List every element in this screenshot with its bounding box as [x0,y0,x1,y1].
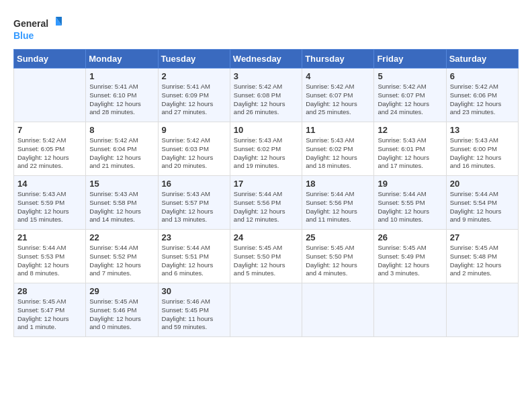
calendar-day-cell: 22Sunrise: 5:44 AMSunset: 5:52 PMDayligh… [86,230,158,283]
calendar-day-cell: 29Sunrise: 5:45 AMSunset: 5:46 PMDayligh… [86,283,158,337]
day-info: Sunrise: 5:43 AMSunset: 5:57 PMDaylight:… [162,190,226,224]
calendar-day-cell: 18Sunrise: 5:44 AMSunset: 5:56 PMDayligh… [302,176,374,230]
calendar-table: SundayMondayTuesdayWednesdayThursdayFrid… [13,49,519,337]
calendar-day-cell: 6Sunrise: 5:42 AMSunset: 6:06 PMDaylight… [446,68,518,122]
day-number: 11 [306,125,370,135]
calendar-day-cell: 26Sunrise: 5:45 AMSunset: 5:49 PMDayligh… [374,230,446,283]
day-number: 24 [234,232,298,242]
day-info: Sunrise: 5:43 AMSunset: 5:58 PMDaylight:… [89,190,154,224]
calendar-day-cell: 25Sunrise: 5:45 AMSunset: 5:50 PMDayligh… [302,230,374,283]
day-number: 23 [162,232,226,242]
calendar-week-row: 21Sunrise: 5:44 AMSunset: 5:53 PMDayligh… [14,230,519,283]
day-info: Sunrise: 5:44 AMSunset: 5:55 PMDaylight:… [378,190,442,224]
calendar-day-cell: 15Sunrise: 5:43 AMSunset: 5:58 PMDayligh… [86,176,158,230]
weekday-header-sunday: Sunday [14,50,86,68]
day-info: Sunrise: 5:42 AMSunset: 6:08 PMDaylight:… [234,83,298,117]
svg-text:General: General [13,18,48,29]
day-number: 2 [162,71,226,81]
day-info: Sunrise: 5:42 AMSunset: 6:03 PMDaylight:… [162,136,226,171]
day-info: Sunrise: 5:45 AMSunset: 5:50 PMDaylight:… [234,244,298,278]
day-number: 5 [378,71,442,81]
logo-icon: General Blue [13,13,67,44]
day-info: Sunrise: 5:46 AMSunset: 5:45 PMDaylight:… [162,298,226,332]
day-info: Sunrise: 5:41 AMSunset: 6:10 PMDaylight:… [89,83,154,117]
day-number: 14 [17,179,82,189]
calendar-day-cell: 23Sunrise: 5:44 AMSunset: 5:51 PMDayligh… [158,230,230,283]
calendar-day-cell: 12Sunrise: 5:43 AMSunset: 6:01 PMDayligh… [374,122,446,176]
calendar-day-cell [374,283,446,337]
calendar-day-cell [14,68,86,122]
day-info: Sunrise: 5:44 AMSunset: 5:52 PMDaylight:… [89,244,154,278]
logo: General Blue [13,13,67,44]
calendar-day-cell: 17Sunrise: 5:44 AMSunset: 5:56 PMDayligh… [230,176,302,230]
day-info: Sunrise: 5:42 AMSunset: 6:05 PMDaylight:… [17,136,82,171]
calendar-day-cell [446,283,518,337]
calendar-day-cell: 8Sunrise: 5:42 AMSunset: 6:04 PMDaylight… [86,122,158,176]
page-header: General Blue [13,13,519,44]
svg-text:Blue: Blue [13,30,34,41]
weekday-header-row: SundayMondayTuesdayWednesdayThursdayFrid… [14,50,519,68]
calendar-day-cell: 11Sunrise: 5:43 AMSunset: 6:02 PMDayligh… [302,122,374,176]
day-number: 12 [378,125,442,135]
calendar-day-cell: 14Sunrise: 5:43 AMSunset: 5:59 PMDayligh… [14,176,86,230]
day-number: 10 [234,125,298,135]
weekday-header-monday: Monday [86,50,158,68]
day-number: 20 [450,179,515,189]
day-info: Sunrise: 5:44 AMSunset: 5:56 PMDaylight:… [234,190,298,224]
weekday-header-saturday: Saturday [446,50,518,68]
calendar-day-cell: 30Sunrise: 5:46 AMSunset: 5:45 PMDayligh… [158,283,230,337]
day-number: 22 [89,232,154,242]
day-number: 9 [162,125,226,135]
day-number: 28 [17,286,82,296]
day-number: 8 [89,125,154,135]
calendar-day-cell: 4Sunrise: 5:42 AMSunset: 6:07 PMDaylight… [302,68,374,122]
day-info: Sunrise: 5:45 AMSunset: 5:47 PMDaylight:… [17,298,82,332]
day-info: Sunrise: 5:44 AMSunset: 5:53 PMDaylight:… [17,244,82,278]
day-info: Sunrise: 5:43 AMSunset: 6:02 PMDaylight:… [306,136,370,171]
day-info: Sunrise: 5:42 AMSunset: 6:07 PMDaylight:… [306,83,370,117]
weekday-header-tuesday: Tuesday [158,50,230,68]
day-number: 3 [234,71,298,81]
calendar-day-cell: 20Sunrise: 5:44 AMSunset: 5:54 PMDayligh… [446,176,518,230]
day-info: Sunrise: 5:41 AMSunset: 6:09 PMDaylight:… [162,83,226,117]
day-info: Sunrise: 5:45 AMSunset: 5:48 PMDaylight:… [450,244,515,278]
day-number: 1 [89,71,154,81]
day-number: 7 [17,125,82,135]
day-info: Sunrise: 5:43 AMSunset: 5:59 PMDaylight:… [17,190,82,224]
calendar-week-row: 28Sunrise: 5:45 AMSunset: 5:47 PMDayligh… [14,283,519,337]
day-number: 30 [162,286,226,296]
weekday-header-thursday: Thursday [302,50,374,68]
day-number: 29 [89,286,154,296]
calendar-day-cell: 9Sunrise: 5:42 AMSunset: 6:03 PMDaylight… [158,122,230,176]
calendar-day-cell: 19Sunrise: 5:44 AMSunset: 5:55 PMDayligh… [374,176,446,230]
day-number: 16 [162,179,226,189]
day-info: Sunrise: 5:44 AMSunset: 5:51 PMDaylight:… [162,244,226,278]
calendar-day-cell [230,283,302,337]
weekday-header-wednesday: Wednesday [230,50,302,68]
day-number: 19 [378,179,442,189]
day-info: Sunrise: 5:44 AMSunset: 5:54 PMDaylight:… [450,190,515,224]
day-number: 26 [378,232,442,242]
calendar-day-cell: 24Sunrise: 5:45 AMSunset: 5:50 PMDayligh… [230,230,302,283]
calendar-day-cell: 7Sunrise: 5:42 AMSunset: 6:05 PMDaylight… [14,122,86,176]
day-number: 13 [450,125,515,135]
calendar-week-row: 14Sunrise: 5:43 AMSunset: 5:59 PMDayligh… [14,176,519,230]
calendar-day-cell: 27Sunrise: 5:45 AMSunset: 5:48 PMDayligh… [446,230,518,283]
day-info: Sunrise: 5:42 AMSunset: 6:04 PMDaylight:… [89,136,154,171]
day-number: 27 [450,232,515,242]
day-info: Sunrise: 5:45 AMSunset: 5:49 PMDaylight:… [378,244,442,278]
calendar-day-cell: 10Sunrise: 5:43 AMSunset: 6:02 PMDayligh… [230,122,302,176]
calendar-day-cell: 28Sunrise: 5:45 AMSunset: 5:47 PMDayligh… [14,283,86,337]
calendar-week-row: 7Sunrise: 5:42 AMSunset: 6:05 PMDaylight… [14,122,519,176]
day-number: 21 [17,232,82,242]
day-info: Sunrise: 5:44 AMSunset: 5:56 PMDaylight:… [306,190,370,224]
calendar-day-cell: 1Sunrise: 5:41 AMSunset: 6:10 PMDaylight… [86,68,158,122]
day-number: 17 [234,179,298,189]
calendar-day-cell: 21Sunrise: 5:44 AMSunset: 5:53 PMDayligh… [14,230,86,283]
day-number: 4 [306,71,370,81]
logo-area: General Blue [13,13,67,44]
day-info: Sunrise: 5:42 AMSunset: 6:07 PMDaylight:… [378,83,442,117]
weekday-header-friday: Friday [374,50,446,68]
calendar-day-cell: 16Sunrise: 5:43 AMSunset: 5:57 PMDayligh… [158,176,230,230]
calendar-day-cell: 2Sunrise: 5:41 AMSunset: 6:09 PMDaylight… [158,68,230,122]
